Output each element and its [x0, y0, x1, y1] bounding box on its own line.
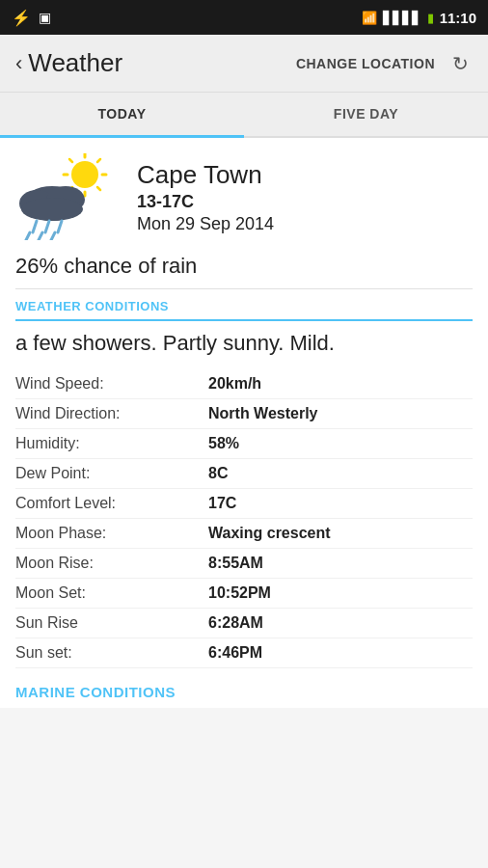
row-comfort-level: Comfort Level: 17C	[15, 489, 473, 519]
svg-line-5	[69, 159, 72, 162]
marine-conditions-link[interactable]: MARINE CONDITIONS	[15, 668, 473, 708]
value-sun-set: 6:46PM	[208, 644, 262, 662]
row-wind-direction: Wind Direction: North Westerly	[15, 399, 473, 429]
row-dew-point: Dew Point: 8C	[15, 459, 473, 489]
tab-bar: TODAY FIVE DAY	[0, 93, 488, 138]
svg-line-18	[51, 232, 55, 240]
svg-line-13	[33, 221, 37, 232]
label-moon-rise: Moon Rise:	[15, 555, 208, 572]
label-sun-rise: Sun Rise	[15, 614, 208, 632]
conditions-label: WEATHER CONDITIONS	[15, 289, 473, 319]
tab-fiveday[interactable]: FIVE DAY	[244, 93, 488, 136]
svg-line-17	[39, 232, 42, 240]
row-moon-phase: Moon Phase: Waxing crescent	[15, 519, 473, 549]
value-moon-rise: 8:55AM	[208, 555, 263, 572]
status-bar-left-icons: ⚡ ▣	[12, 9, 51, 27]
label-sun-set: Sun set:	[15, 644, 208, 662]
back-button[interactable]: ‹	[15, 51, 22, 76]
label-moon-set: Moon Set:	[15, 584, 208, 602]
value-moon-phase: Waxing crescent	[208, 525, 331, 542]
label-wind-speed: Wind Speed:	[15, 375, 208, 393]
svg-line-16	[26, 232, 30, 240]
weather-details-table: Wind Speed: 20km/h Wind Direction: North…	[15, 369, 473, 668]
svg-line-15	[58, 221, 62, 232]
weather-date: Mon 29 Sep 2014	[137, 214, 274, 234]
weather-info: Cape Town 13-17C Mon 29 Sep 2014	[137, 160, 274, 234]
status-bar-right-icons: 📶 ▋▋▋▋ ▮ 11:10	[362, 10, 476, 26]
conditions-text: a few showers. Partly sunny. Mild.	[15, 331, 473, 356]
row-moon-set: Moon Set: 10:52PM	[15, 579, 473, 609]
change-location-button[interactable]: CHANGE LOCATION	[296, 56, 435, 71]
status-time: 11:10	[440, 10, 476, 26]
value-comfort-level: 17C	[208, 495, 236, 512]
value-moon-set: 10:52PM	[208, 584, 271, 602]
usb-icon: ⚡	[12, 9, 31, 27]
svg-point-0	[71, 161, 98, 188]
svg-point-12	[21, 198, 83, 221]
value-sun-rise: 6:28AM	[208, 614, 263, 632]
city-name: Cape Town	[137, 160, 274, 190]
svg-line-14	[45, 221, 49, 232]
row-moon-rise: Moon Rise: 8:55AM	[15, 549, 473, 579]
weather-icon-wrapper	[15, 153, 122, 240]
sim-icon: ▣	[39, 10, 51, 25]
temp-range: 13-17C	[137, 192, 274, 212]
svg-line-7	[97, 159, 100, 162]
row-wind-speed: Wind Speed: 20km/h	[15, 369, 473, 399]
value-wind-speed: 20km/h	[208, 375, 261, 393]
svg-line-6	[97, 187, 100, 190]
rain-chance: 26% chance of rain	[15, 254, 473, 279]
label-moon-phase: Moon Phase:	[15, 525, 208, 542]
weather-header: Cape Town 13-17C Mon 29 Sep 2014	[15, 153, 473, 240]
top-bar: ‹ Weather CHANGE LOCATION ↻	[0, 35, 488, 93]
value-dew-point: 8C	[208, 465, 228, 482]
tab-today[interactable]: TODAY	[0, 93, 244, 138]
row-sun-rise: Sun Rise 6:28AM	[15, 609, 473, 638]
label-comfort-level: Comfort Level:	[15, 495, 208, 512]
label-dew-point: Dew Point:	[15, 465, 208, 482]
status-bar: ⚡ ▣ 📶 ▋▋▋▋ ▮ 11:10	[0, 0, 488, 35]
wifi-icon: 📶	[362, 11, 377, 25]
row-sun-set: Sun set: 6:46PM	[15, 638, 473, 668]
value-humidity: 58%	[208, 435, 239, 452]
main-content: Cape Town 13-17C Mon 29 Sep 2014 26% cha…	[0, 138, 488, 708]
signal-icon: ▋▋▋▋	[383, 11, 421, 25]
label-wind-direction: Wind Direction:	[15, 405, 208, 422]
label-humidity: Humidity:	[15, 435, 208, 452]
row-humidity: Humidity: 58%	[15, 429, 473, 459]
weather-icon	[15, 153, 122, 240]
value-wind-direction: North Westerly	[208, 405, 318, 422]
battery-icon: ▮	[427, 11, 434, 25]
page-title: Weather	[28, 48, 296, 78]
conditions-divider	[15, 319, 473, 321]
refresh-button[interactable]: ↻	[448, 48, 473, 79]
